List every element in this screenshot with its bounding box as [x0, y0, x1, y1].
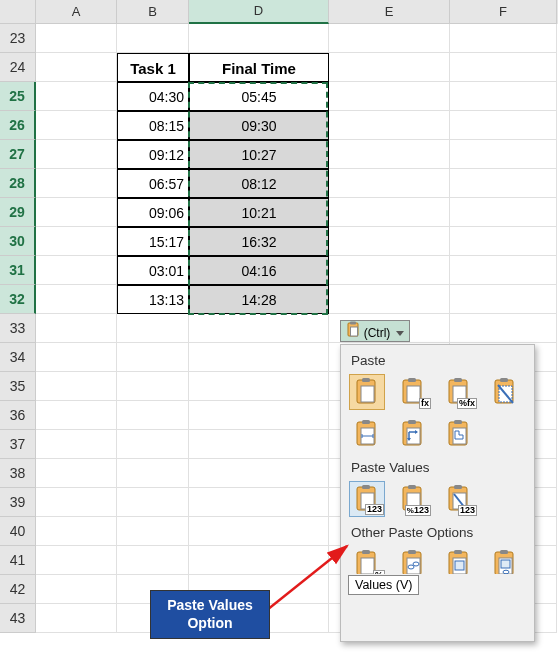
cell-E27[interactable]: [329, 140, 450, 169]
cell-A37[interactable]: [36, 430, 117, 459]
cell-E32[interactable]: [329, 285, 450, 314]
cell-F24[interactable]: [450, 53, 557, 82]
paste-merge-conditional-icon[interactable]: [441, 416, 477, 452]
row-header-42[interactable]: 42: [0, 575, 36, 604]
cell-B29[interactable]: 09:06: [117, 198, 189, 227]
cell-B26[interactable]: 08:15: [117, 111, 189, 140]
cell-A26[interactable]: [36, 111, 117, 140]
row-header-25[interactable]: 25: [0, 82, 36, 111]
cell-D32[interactable]: 14:28: [189, 285, 329, 314]
col-header-D[interactable]: D: [189, 0, 329, 24]
col-header-B[interactable]: B: [117, 0, 189, 24]
cell-B41[interactable]: [117, 546, 189, 575]
row-header-35[interactable]: 35: [0, 372, 36, 401]
paste-transpose-icon[interactable]: [395, 416, 431, 452]
paste-formulas-number-icon[interactable]: %fx: [441, 374, 477, 410]
col-header-F[interactable]: F: [450, 0, 557, 24]
cell-D40[interactable]: [189, 517, 329, 546]
cell-D28[interactable]: 08:12: [189, 169, 329, 198]
cell-D35[interactable]: [189, 372, 329, 401]
paste-no-borders-icon[interactable]: [487, 374, 523, 410]
cell-E23[interactable]: [329, 24, 450, 53]
cell-A42[interactable]: [36, 575, 117, 604]
cell-A24[interactable]: [36, 53, 117, 82]
paste-link-icon[interactable]: [395, 546, 431, 574]
cell-B28[interactable]: 06:57: [117, 169, 189, 198]
cell-B31[interactable]: 03:01: [117, 256, 189, 285]
row-header-36[interactable]: 36: [0, 401, 36, 430]
paste-formatting-icon[interactable]: %: [349, 546, 385, 574]
row-header-38[interactable]: 38: [0, 459, 36, 488]
cell-D27[interactable]: 10:27: [189, 140, 329, 169]
cell-D23[interactable]: [189, 24, 329, 53]
col-header-A[interactable]: A: [36, 0, 117, 24]
cell-B27[interactable]: 09:12: [117, 140, 189, 169]
cell-A41[interactable]: [36, 546, 117, 575]
row-header-33[interactable]: 33: [0, 314, 36, 343]
cell-B36[interactable]: [117, 401, 189, 430]
cell-A31[interactable]: [36, 256, 117, 285]
cell-F28[interactable]: [450, 169, 557, 198]
cell-A27[interactable]: [36, 140, 117, 169]
cell-D25[interactable]: 05:45: [189, 82, 329, 111]
cell-A39[interactable]: [36, 488, 117, 517]
cell-A38[interactable]: [36, 459, 117, 488]
cell-F32[interactable]: [450, 285, 557, 314]
cell-F29[interactable]: [450, 198, 557, 227]
cell-D29[interactable]: 10:21: [189, 198, 329, 227]
cell-E28[interactable]: [329, 169, 450, 198]
cell-D31[interactable]: 04:16: [189, 256, 329, 285]
row-header-30[interactable]: 30: [0, 227, 36, 256]
row-header-31[interactable]: 31: [0, 256, 36, 285]
cell-E24[interactable]: [329, 53, 450, 82]
cell-F31[interactable]: [450, 256, 557, 285]
paste-values-icon[interactable]: 123: [349, 481, 385, 517]
cell-B24[interactable]: Task 1: [117, 53, 189, 82]
cell-A29[interactable]: [36, 198, 117, 227]
row-header-24[interactable]: 24: [0, 53, 36, 82]
paste-options-button[interactable]: (Ctrl): [340, 320, 410, 342]
cell-B32[interactable]: 13:13: [117, 285, 189, 314]
row-header-43[interactable]: 43: [0, 604, 36, 633]
cell-A25[interactable]: [36, 82, 117, 111]
row-header-26[interactable]: 26: [0, 111, 36, 140]
cell-A43[interactable]: [36, 604, 117, 633]
row-header-40[interactable]: 40: [0, 517, 36, 546]
paste-picture-icon[interactable]: [441, 546, 477, 574]
cell-E31[interactable]: [329, 256, 450, 285]
row-header-37[interactable]: 37: [0, 430, 36, 459]
row-header-39[interactable]: 39: [0, 488, 36, 517]
cell-B30[interactable]: 15:17: [117, 227, 189, 256]
row-header-32[interactable]: 32: [0, 285, 36, 314]
cell-D38[interactable]: [189, 459, 329, 488]
cell-B34[interactable]: [117, 343, 189, 372]
cell-B35[interactable]: [117, 372, 189, 401]
cell-D36[interactable]: [189, 401, 329, 430]
cell-B33[interactable]: [117, 314, 189, 343]
cell-F30[interactable]: [450, 227, 557, 256]
cell-B25[interactable]: 04:30: [117, 82, 189, 111]
cell-F27[interactable]: [450, 140, 557, 169]
cell-D39[interactable]: [189, 488, 329, 517]
cell-B38[interactable]: [117, 459, 189, 488]
cell-A33[interactable]: [36, 314, 117, 343]
cell-A30[interactable]: [36, 227, 117, 256]
cell-D30[interactable]: 16:32: [189, 227, 329, 256]
cell-A36[interactable]: [36, 401, 117, 430]
cell-D26[interactable]: 09:30: [189, 111, 329, 140]
row-header-23[interactable]: 23: [0, 24, 36, 53]
cell-E26[interactable]: [329, 111, 450, 140]
cell-B23[interactable]: [117, 24, 189, 53]
cell-E30[interactable]: [329, 227, 450, 256]
cell-A35[interactable]: [36, 372, 117, 401]
cell-D34[interactable]: [189, 343, 329, 372]
cell-F26[interactable]: [450, 111, 557, 140]
cell-E29[interactable]: [329, 198, 450, 227]
col-header-E[interactable]: E: [329, 0, 450, 24]
cell-D37[interactable]: [189, 430, 329, 459]
select-all-corner[interactable]: [0, 0, 36, 24]
paste-formulas-icon[interactable]: fx: [395, 374, 431, 410]
paste-keep-source-width-icon[interactable]: [349, 416, 385, 452]
cell-A40[interactable]: [36, 517, 117, 546]
cell-D41[interactable]: [189, 546, 329, 575]
